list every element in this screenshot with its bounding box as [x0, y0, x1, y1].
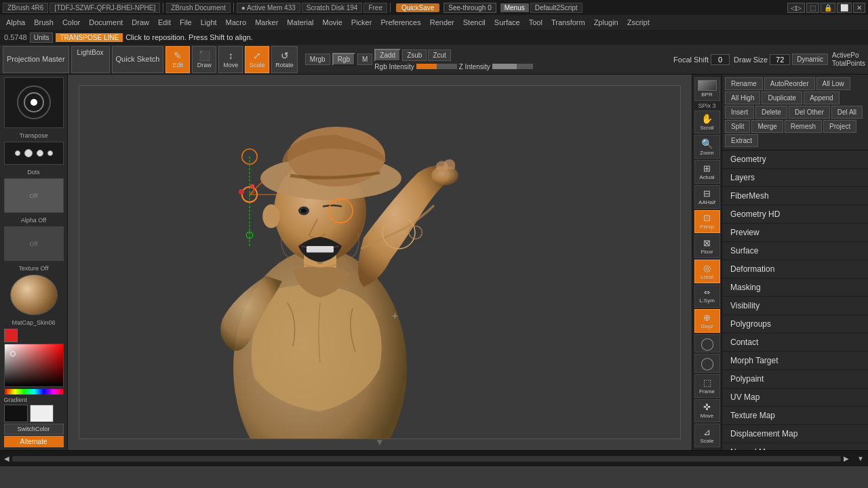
- floor-button[interactable]: ⊠ Floor: [694, 235, 720, 258]
- scroll-down-btn[interactable]: ▼: [857, 455, 864, 462]
- menus-button[interactable]: Menus: [500, 3, 529, 12]
- right-menu-item-texture-map[interactable]: Texture Map: [722, 407, 868, 425]
- rename-button[interactable]: Rename: [725, 77, 763, 90]
- menu-macro[interactable]: Macro: [222, 18, 250, 27]
- hue-slider[interactable]: [4, 388, 64, 395]
- bottom-scrollbar[interactable]: [12, 456, 841, 462]
- m-button[interactable]: M: [357, 54, 372, 65]
- lightbox-button[interactable]: LightBox: [71, 46, 110, 73]
- icon-btn-4[interactable]: ⬜: [837, 3, 852, 13]
- right-menu-item-layers[interactable]: Layers: [722, 169, 868, 187]
- move-button[interactable]: ↕ Move: [218, 46, 243, 73]
- matcap-preview[interactable]: [10, 274, 58, 315]
- quick-sketch-button[interactable]: Quick Sketch: [112, 46, 164, 73]
- draw-button[interactable]: ⬛ Draw: [192, 46, 216, 73]
- menu-transform[interactable]: Transform: [548, 18, 589, 27]
- canvas-area[interactable]: ▼: [68, 75, 692, 450]
- white-swatch[interactable]: [30, 405, 54, 422]
- local-button[interactable]: ◎ Local: [694, 260, 720, 283]
- color-foreground-swatch[interactable]: [4, 329, 18, 342]
- gxyz-button[interactable]: ⊕ Gxyz: [694, 309, 720, 333]
- menu-preferences[interactable]: Preferences: [377, 18, 424, 27]
- menu-draw[interactable]: Draw: [128, 18, 153, 27]
- menu-file[interactable]: File: [176, 18, 195, 27]
- right-menu-item-surface[interactable]: Surface: [722, 242, 868, 260]
- del-all-button[interactable]: Del All: [831, 106, 863, 119]
- scale-button[interactable]: ⤢ Scale: [245, 46, 269, 73]
- icon-btn-3[interactable]: 🔒: [821, 3, 835, 13]
- icon-btn-5[interactable]: ✕: [853, 3, 865, 13]
- zoom-button[interactable]: 🔍 Zoom: [694, 135, 720, 159]
- right-menu-item-polygroups[interactable]: Polygroups: [722, 315, 868, 333]
- rgb-button[interactable]: Rgb: [332, 53, 355, 66]
- right-menu-item-geometry-hd[interactable]: Geometry HD: [722, 205, 868, 224]
- icon-btn-2[interactable]: ⬚: [806, 3, 819, 13]
- right-menu-item-masking[interactable]: Masking: [722, 279, 868, 297]
- menu-color[interactable]: Color: [59, 18, 83, 27]
- bpr-button[interactable]: BPR: [694, 77, 720, 101]
- dots-selector[interactable]: [4, 142, 64, 165]
- right-menu-item-visibility[interactable]: Visibility: [722, 297, 868, 315]
- gyro1-button[interactable]: ◯: [694, 334, 720, 352]
- menu-surface[interactable]: Surface: [491, 18, 524, 27]
- aahalf-button[interactable]: ⊟ AAHalf: [694, 185, 720, 209]
- persp-button[interactable]: ⊡ Persp: [694, 210, 720, 234]
- menu-document[interactable]: Document: [85, 18, 126, 27]
- menu-picker[interactable]: Picker: [348, 18, 376, 27]
- right-menu-item-displacement-map[interactable]: Displacement Map: [722, 425, 868, 443]
- all-low-button[interactable]: All Low: [816, 77, 850, 90]
- right-menu-item-preview[interactable]: Preview: [722, 224, 868, 242]
- menu-material[interactable]: Material: [283, 18, 317, 27]
- see-through-button[interactable]: See-through 0: [443, 3, 496, 13]
- menu-render[interactable]: Render: [427, 18, 458, 27]
- extract-button[interactable]: Extract: [725, 134, 758, 147]
- draw-size-value[interactable]: 72: [770, 54, 790, 65]
- focal-shift-value[interactable]: 0: [711, 54, 730, 65]
- del-other-button[interactable]: Del Other: [789, 106, 830, 119]
- dynamic-button[interactable]: Dynamic: [792, 54, 828, 65]
- split-button[interactable]: Split: [725, 120, 750, 133]
- right-menu-item-polypaint[interactable]: Polypaint: [722, 370, 868, 388]
- menu-movie[interactable]: Movie: [319, 18, 345, 27]
- right-menu-item-contact[interactable]: Contact: [722, 333, 868, 352]
- menu-edit[interactable]: Edit: [155, 18, 174, 27]
- append-button[interactable]: Append: [804, 92, 839, 104]
- scale-icon-button[interactable]: ⊿ Scale: [694, 424, 720, 447]
- menu-zplugin[interactable]: Zplugin: [591, 18, 622, 27]
- alpha-preview[interactable]: Off: [4, 178, 64, 213]
- quicksave-button[interactable]: QuickSave: [396, 3, 439, 12]
- menu-stencil[interactable]: Stencil: [460, 18, 489, 27]
- right-menu-item-geometry[interactable]: Geometry: [722, 150, 868, 169]
- default-script-button[interactable]: Default2Script: [530, 3, 583, 13]
- menu-tool[interactable]: Tool: [526, 18, 546, 27]
- right-menu-item-morph-target[interactable]: Morph Target: [722, 352, 868, 370]
- icon-btn-1[interactable]: ◁▷: [787, 3, 805, 13]
- scroll-button[interactable]: ✋ Scroll: [694, 110, 720, 134]
- move-icon-button[interactable]: ✜ Move: [694, 399, 720, 423]
- menu-marker[interactable]: Marker: [252, 18, 281, 27]
- project-button[interactable]: Project: [823, 120, 856, 133]
- frame-button[interactable]: ⬚ Frame: [694, 374, 720, 398]
- right-menu-item-uv-map[interactable]: UV Map: [722, 388, 868, 407]
- delete-button[interactable]: Delete: [755, 106, 787, 119]
- menu-zscript[interactable]: Zscript: [624, 18, 653, 27]
- auto-reorder-button[interactable]: AutoReorder: [764, 77, 815, 90]
- black-swatch[interactable]: [4, 405, 28, 422]
- transpose-line-button[interactable]: TRANSPOSE LINE: [56, 33, 123, 42]
- gyro2-button[interactable]: ◯: [694, 354, 720, 372]
- alternate-button[interactable]: Alternate: [4, 436, 64, 447]
- bottom-arrow-left[interactable]: ◀: [4, 455, 9, 462]
- rotate-button[interactable]: ↺ Rotate: [271, 46, 298, 73]
- zcut-button[interactable]: Zcut: [428, 49, 450, 61]
- color-picker-box[interactable]: [4, 344, 64, 387]
- zsub-button[interactable]: Zsub: [402, 49, 427, 61]
- merge-button[interactable]: Merge: [751, 120, 783, 133]
- texture-preview[interactable]: Off: [4, 226, 64, 261]
- menu-brush[interactable]: Brush: [31, 18, 57, 27]
- right-menu-item-normal-map[interactable]: Normal Map: [722, 443, 868, 450]
- edit-button[interactable]: ✎ Edit: [165, 46, 190, 73]
- mrgb-button[interactable]: Mrgb: [305, 54, 330, 65]
- zadd-button[interactable]: Zadd: [374, 49, 401, 62]
- transpose-preview[interactable]: [4, 77, 64, 128]
- bottom-arrow-right[interactable]: ▶: [844, 455, 849, 462]
